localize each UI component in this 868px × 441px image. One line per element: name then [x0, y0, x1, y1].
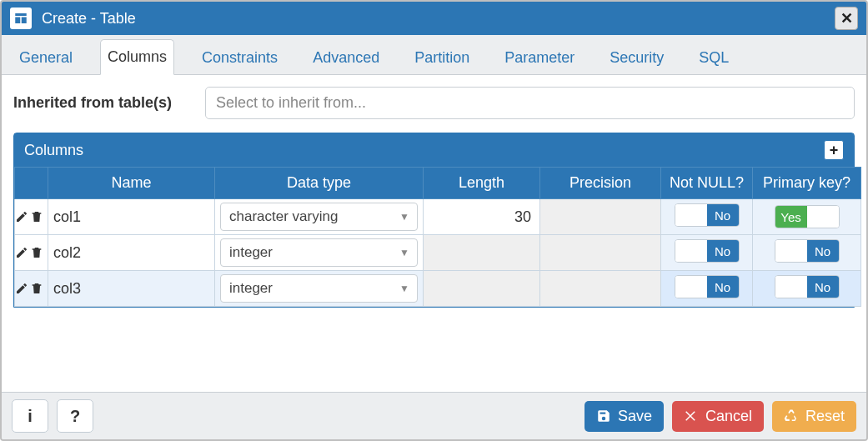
edit-icon[interactable]: [15, 210, 28, 223]
tab-security[interactable]: Security: [602, 40, 671, 75]
footer: i ? Save Cancel Reset: [2, 392, 866, 439]
columns-table: Name Data type Length Precision Not NULL…: [14, 167, 861, 307]
toggle-label: No: [707, 240, 739, 262]
table-icon: [10, 8, 32, 29]
columns-panel-title: Columns: [24, 142, 824, 159]
datatype-cell: character varying▼: [215, 199, 424, 235]
dialog-title: Create - Table: [42, 10, 825, 28]
tab-columns[interactable]: Columns: [100, 39, 174, 75]
save-button[interactable]: Save: [585, 401, 664, 432]
inherit-row: Inherited from table(s): [13, 87, 855, 119]
toggle-label: No: [707, 276, 739, 298]
cancel-label: Cancel: [705, 408, 752, 425]
notnull-cell: No: [661, 271, 753, 307]
info-icon: i: [28, 407, 33, 426]
recycle-icon: [784, 408, 799, 423]
notnull-toggle[interactable]: No: [675, 275, 740, 298]
notnull-cell: No: [661, 199, 753, 235]
datatype-cell: integer▼: [215, 235, 424, 271]
column-name-cell[interactable]: col3: [48, 271, 215, 307]
columns-panel: Columns + Name: [13, 133, 855, 308]
table-row: col1character varying▼30NoYes: [15, 199, 861, 235]
cancel-icon: [684, 408, 699, 423]
notnull-toggle[interactable]: No: [675, 239, 740, 263]
help-button[interactable]: ?: [57, 399, 93, 433]
table-row: col2integer▼NoNo: [15, 235, 861, 271]
tab-advanced[interactable]: Advanced: [305, 40, 387, 75]
length-cell: [424, 271, 540, 307]
toggle-label: No: [807, 240, 839, 262]
reset-button[interactable]: Reset: [772, 401, 856, 432]
save-label: Save: [618, 408, 652, 425]
length-cell: [424, 235, 540, 271]
close-button[interactable]: ✕: [835, 7, 858, 30]
edit-icon[interactable]: [15, 282, 28, 295]
col-header-pk: Primary key?: [753, 168, 861, 199]
toggle-label: Yes: [775, 206, 807, 228]
col-header-notnull: Not NULL?: [661, 168, 753, 199]
inherit-input[interactable]: [205, 87, 855, 119]
pk-cell: Yes: [753, 199, 861, 235]
column-name-cell[interactable]: col1: [48, 199, 215, 235]
table-row: col3integer▼NoNo: [15, 271, 861, 307]
notnull-toggle[interactable]: No: [675, 203, 740, 227]
add-column-button[interactable]: +: [824, 140, 844, 160]
pk-cell: No: [753, 271, 861, 307]
tab-constraints[interactable]: Constraints: [194, 40, 285, 75]
precision-cell: [540, 199, 661, 235]
datatype-select[interactable]: integer: [220, 274, 418, 303]
column-name-cell[interactable]: col2: [48, 235, 215, 271]
info-button[interactable]: i: [12, 399, 48, 433]
tabbar: General Columns Constraints Advanced Par…: [2, 35, 866, 75]
col-header-name: Name: [48, 168, 215, 199]
create-table-dialog: Create - Table ✕ General Columns Constra…: [0, 0, 868, 441]
reset-label: Reset: [805, 408, 845, 425]
content-area: Inherited from table(s) Columns +: [2, 75, 866, 392]
columns-panel-header: Columns +: [14, 133, 854, 167]
primarykey-toggle[interactable]: No: [775, 239, 840, 263]
col-header-length: Length: [424, 168, 540, 199]
tab-general[interactable]: General: [12, 40, 80, 75]
notnull-cell: No: [661, 235, 753, 271]
plus-icon: +: [830, 142, 839, 159]
datatype-select[interactable]: character varying: [220, 203, 418, 231]
tab-partition[interactable]: Partition: [407, 40, 477, 75]
precision-cell: [540, 271, 661, 307]
trash-icon[interactable]: [30, 246, 43, 259]
titlebar: Create - Table ✕: [2, 2, 866, 35]
trash-icon[interactable]: [30, 282, 43, 295]
inherit-label: Inherited from table(s): [13, 94, 172, 112]
datatype-select[interactable]: integer: [220, 238, 418, 267]
tab-sql[interactable]: SQL: [691, 40, 736, 75]
col-header-datatype: Data type: [215, 168, 424, 199]
col-header-precision: Precision: [540, 168, 661, 199]
question-icon: ?: [70, 407, 80, 426]
col-header-actions: [15, 168, 48, 199]
pk-cell: No: [753, 235, 861, 271]
primarykey-toggle[interactable]: No: [775, 275, 840, 298]
precision-cell: [540, 235, 661, 271]
trash-icon[interactable]: [30, 210, 43, 223]
cancel-button[interactable]: Cancel: [672, 401, 764, 432]
tab-parameter[interactable]: Parameter: [497, 40, 582, 75]
toggle-label: No: [707, 204, 739, 226]
datatype-cell: integer▼: [215, 271, 424, 307]
edit-icon[interactable]: [15, 246, 28, 259]
save-icon: [596, 408, 611, 423]
length-cell[interactable]: 30: [424, 199, 540, 235]
toggle-label: No: [807, 276, 839, 298]
close-icon: ✕: [840, 9, 853, 28]
primarykey-toggle[interactable]: Yes: [775, 205, 840, 228]
